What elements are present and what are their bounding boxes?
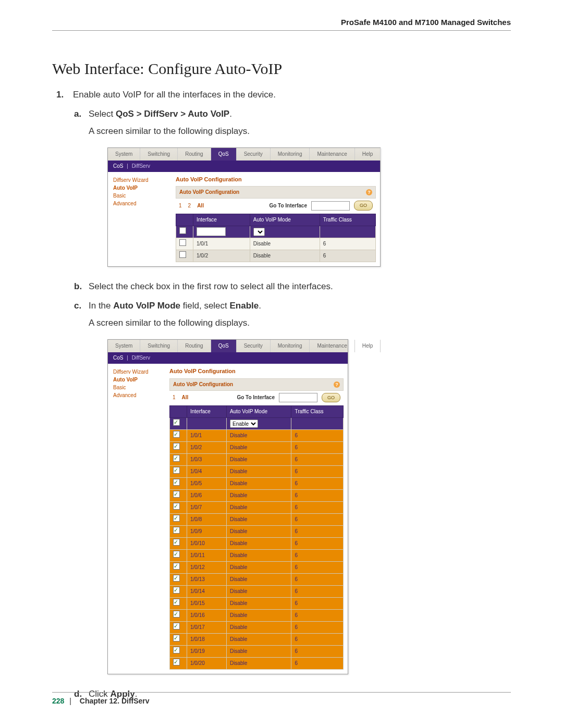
tab-help[interactable]: Help xyxy=(355,148,381,161)
sidebar-item-basic[interactable]: Basic xyxy=(113,192,172,200)
tab-system[interactable]: System xyxy=(108,148,140,161)
help-icon[interactable]: ? xyxy=(366,189,372,195)
row-checkbox[interactable] xyxy=(173,599,180,606)
row-checkbox[interactable] xyxy=(173,443,180,450)
cell-traffic-class: 6 xyxy=(291,562,344,574)
tab-qos[interactable]: QoS xyxy=(211,340,237,352)
row-checkbox[interactable] xyxy=(173,551,180,558)
row-checkbox[interactable] xyxy=(179,239,186,246)
cell-mode: Disable xyxy=(226,610,291,622)
cell-traffic-class: 6 xyxy=(291,490,344,502)
row-checkbox[interactable] xyxy=(173,623,180,630)
cell-traffic-class: 6 xyxy=(291,586,344,598)
row-checkbox[interactable] xyxy=(173,563,180,570)
row-checkbox[interactable] xyxy=(173,575,180,582)
row-checkbox[interactable] xyxy=(173,515,180,522)
cell-interface: 1/0/14 xyxy=(187,586,227,598)
cell-mode: Disable xyxy=(226,430,291,442)
row-checkbox[interactable] xyxy=(173,467,180,474)
tab-maintenance[interactable]: Maintenance xyxy=(310,148,354,161)
row-checkbox[interactable] xyxy=(173,587,180,594)
config-title: Auto VoIP Configuration xyxy=(176,175,376,184)
row-checkbox[interactable] xyxy=(173,431,180,438)
subnav-cos[interactable]: CoS xyxy=(113,355,123,361)
select-all-checkbox[interactable] xyxy=(179,227,186,234)
cell-mode: Disable xyxy=(250,250,320,262)
row-checkbox[interactable] xyxy=(173,659,180,665)
table-row: 1/0/1Disable6 xyxy=(170,430,344,442)
tab-security[interactable]: Security xyxy=(237,148,271,161)
table-row: 1/0/13Disable6 xyxy=(170,574,344,586)
subnav-diffserv[interactable]: DiffServ xyxy=(132,355,150,361)
page-link-1[interactable]: 1 xyxy=(173,393,176,402)
tab-routing[interactable]: Routing xyxy=(178,148,211,161)
mode-select[interactable]: Enable xyxy=(230,419,258,428)
goto-input[interactable] xyxy=(279,393,317,402)
sidebar-item-advanced[interactable]: Advanced xyxy=(113,200,172,207)
cell-mode: Disable xyxy=(226,598,291,610)
cell-interface: 1/0/1 xyxy=(187,430,227,442)
sidebar-item-basic[interactable]: Basic xyxy=(113,384,165,391)
sidebar-item-auto-voip[interactable]: Auto VoIP xyxy=(113,376,165,384)
sidebar-item-advanced[interactable]: Advanced xyxy=(113,391,165,399)
tab-monitoring[interactable]: Monitoring xyxy=(271,148,310,161)
table-row: 1/0/9Disable6 xyxy=(170,526,344,538)
interface-input[interactable] xyxy=(197,227,226,236)
footer-sep: | xyxy=(69,697,71,705)
tab-switching[interactable]: Switching xyxy=(140,148,178,161)
config-subtitle: Auto VoIP Configuration xyxy=(173,380,233,389)
goto-label: Go To Interface xyxy=(237,393,275,402)
page-link-all[interactable]: All xyxy=(182,393,189,402)
tab-switching[interactable]: Switching xyxy=(140,340,178,352)
cell-interface: 1/0/17 xyxy=(187,622,227,634)
page-footer: 228 | Chapter 12. DiffServ xyxy=(52,688,511,705)
cell-mode: Disable xyxy=(226,586,291,598)
page-link-1[interactable]: 1 xyxy=(179,202,182,210)
tab-routing[interactable]: Routing xyxy=(178,340,211,352)
cell-traffic-class: 6 xyxy=(320,250,375,262)
go-button[interactable]: GO xyxy=(354,201,373,210)
tab-help[interactable]: Help xyxy=(355,340,381,352)
th-mode: Auto VoIP Mode xyxy=(250,214,320,226)
row-checkbox[interactable] xyxy=(173,527,180,534)
th-mode: Auto VoIP Mode xyxy=(226,406,291,418)
cell-traffic-class: 6 xyxy=(291,634,344,646)
help-icon[interactable]: ? xyxy=(334,381,340,388)
sidebar-item-auto-voip[interactable]: Auto VoIP xyxy=(113,184,172,192)
row-checkbox[interactable] xyxy=(173,455,180,462)
row-checkbox[interactable] xyxy=(173,635,180,641)
cell-mode: Disable xyxy=(226,490,291,502)
tab-security[interactable]: Security xyxy=(237,340,271,352)
table-row: 1/0/19Disable6 xyxy=(170,646,344,658)
tab-system[interactable]: System xyxy=(108,340,140,352)
row-checkbox[interactable] xyxy=(179,251,186,258)
table-row: 1/0/7Disable6 xyxy=(170,502,344,514)
cell-mode: Disable xyxy=(250,238,320,250)
row-checkbox[interactable] xyxy=(173,611,180,618)
substep-c-bold1: Auto VoIP Mode xyxy=(113,301,180,311)
row-checkbox[interactable] xyxy=(173,479,180,486)
tab-maintenance[interactable]: Maintenance xyxy=(310,340,354,352)
cell-interface: 1/0/10 xyxy=(187,538,227,550)
row-checkbox[interactable] xyxy=(173,647,180,653)
sidebar-item-wizard[interactable]: Diffserv Wizard xyxy=(113,368,165,376)
tab-monitoring[interactable]: Monitoring xyxy=(271,340,310,352)
mode-select[interactable] xyxy=(253,228,265,236)
row-checkbox[interactable] xyxy=(173,491,180,498)
page-link-all[interactable]: All xyxy=(197,202,204,210)
th-interface: Interface xyxy=(187,406,227,418)
tab-qos[interactable]: QoS xyxy=(211,148,237,161)
subnav-diffserv[interactable]: DiffServ xyxy=(132,163,150,169)
select-all-checkbox[interactable] xyxy=(173,419,180,426)
goto-input[interactable] xyxy=(311,201,350,211)
sidebar-item-wizard[interactable]: Diffserv Wizard xyxy=(113,176,172,184)
row-checkbox[interactable] xyxy=(173,503,180,510)
row-checkbox[interactable] xyxy=(173,539,180,546)
cell-mode: Disable xyxy=(226,646,291,658)
sub-nav-bar: CoS | DiffServ xyxy=(108,161,380,172)
subnav-cos[interactable]: CoS xyxy=(113,163,123,169)
table-row: 1/0/20Disable6 xyxy=(170,658,344,670)
page-link-2[interactable]: 2 xyxy=(188,202,191,210)
go-button[interactable]: GO xyxy=(322,393,340,402)
cell-mode: Disable xyxy=(226,538,291,550)
